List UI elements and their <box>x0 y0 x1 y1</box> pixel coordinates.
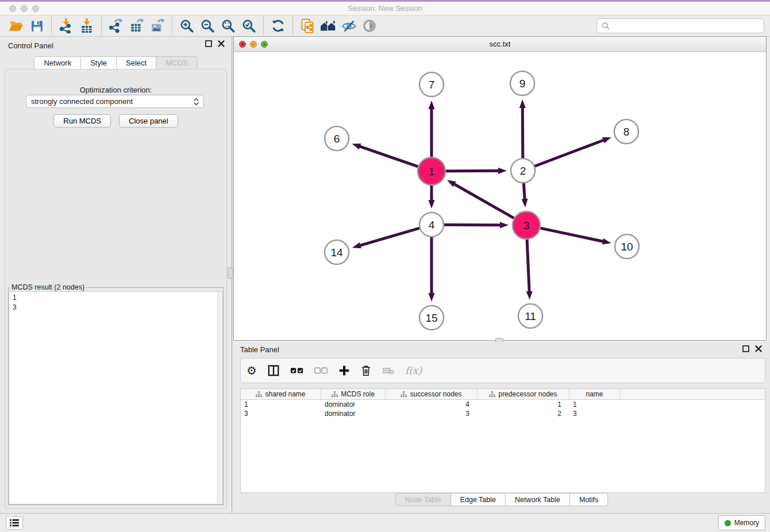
table-cell[interactable]: 1 <box>241 400 321 409</box>
toolbar-separator <box>172 17 172 34</box>
tab-edge-table[interactable]: Edge Table <box>451 493 506 506</box>
column-header-name[interactable]: name <box>569 389 620 399</box>
optimization-criterion-label: Optimization criterion: <box>5 86 226 94</box>
tab-motifs[interactable]: Motifs <box>570 493 608 506</box>
graph-edge-3-10[interactable] <box>540 228 603 241</box>
graph-node-label: 7 <box>429 79 435 91</box>
export-table-icon[interactable] <box>126 17 147 35</box>
memory-label: Memory <box>734 519 759 527</box>
mcds-result-text[interactable]: 1 3 <box>9 291 223 504</box>
graph-node-label: 8 <box>623 126 630 138</box>
table-cell[interactable]: 1 <box>569 400 620 409</box>
toolbar-separator <box>292 17 293 34</box>
graph-node-label: 9 <box>519 78 526 90</box>
node-table: shared nameMCDS rolesuccessor nodesprede… <box>240 388 765 493</box>
home-icon[interactable] <box>318 17 338 35</box>
column-selector-icon[interactable] <box>267 364 280 377</box>
table-body: 1dominator4113dominator323 <box>241 400 765 418</box>
open-session-icon[interactable] <box>6 17 26 35</box>
criterion-value: strongly connected component <box>31 97 133 106</box>
graph-node-label: 2 <box>520 165 526 177</box>
table-cell[interactable]: 1 <box>478 400 569 409</box>
graph-edge-4-3[interactable] <box>444 225 501 225</box>
tab-style[interactable]: Style <box>81 56 117 70</box>
column-header-predecessor-nodes[interactable]: predecessor nodes <box>478 389 569 399</box>
graph-node-label: 3 <box>523 219 530 232</box>
graph-node-label: 6 <box>334 133 340 145</box>
network-graph[interactable]: 7968124314101511 <box>234 52 766 340</box>
zoom-fit-icon[interactable] <box>218 17 238 35</box>
show-eye-icon[interactable] <box>359 17 380 35</box>
close-panel-button[interactable]: Close panel <box>119 114 178 128</box>
table-cell[interactable]: 4 <box>386 400 478 409</box>
table-cell[interactable]: dominator <box>321 409 386 418</box>
select-all-icon[interactable] <box>290 367 304 375</box>
table-cell[interactable]: 3 <box>241 409 321 418</box>
delete-column-icon[interactable] <box>360 365 372 376</box>
table-cell[interactable]: 2 <box>478 409 569 418</box>
tab-network-table[interactable]: Network Table <box>506 493 570 506</box>
column-header-MCDS-role[interactable]: MCDS role <box>321 389 386 399</box>
tab-mcds[interactable]: MCDS <box>156 56 197 70</box>
function-builder-icon: f(x) <box>405 365 422 376</box>
tab-node-table[interactable]: Node Table <box>395 493 451 506</box>
column-header-shared-name[interactable]: shared name <box>241 389 321 399</box>
import-table-icon[interactable] <box>76 17 97 35</box>
graph-edge-2-8[interactable] <box>535 140 605 166</box>
criterion-select[interactable]: strongly connected component <box>26 95 204 108</box>
table-row[interactable]: 1dominator411 <box>241 400 765 409</box>
add-column-icon[interactable] <box>338 365 350 376</box>
zoom-in-icon[interactable] <box>176 17 197 35</box>
save-session-icon[interactable] <box>26 17 47 35</box>
export-image-icon[interactable] <box>147 17 168 35</box>
table-settings-gear-icon[interactable]: ⚙ <box>247 365 257 376</box>
graph-edge-arrowhead <box>429 101 435 109</box>
close-table-panel-icon[interactable] <box>755 345 762 352</box>
zoom-selected-icon[interactable] <box>238 17 259 35</box>
graph-edge-1-2[interactable] <box>446 171 499 171</box>
memory-button[interactable]: Memory <box>718 515 765 530</box>
memory-status-icon <box>725 520 731 526</box>
splitter-grip-vertical[interactable] <box>228 267 233 279</box>
run-mcds-button[interactable]: Run MCDS <box>53 114 111 128</box>
toolbar-separator <box>263 17 264 34</box>
mcds-result-title: MCDS result (2 nodes) <box>10 283 86 291</box>
deselect-all-icon[interactable] <box>314 367 328 375</box>
float-panel-icon[interactable] <box>205 40 212 47</box>
apply-layout-icon[interactable] <box>268 17 288 35</box>
graph-edge-3-11[interactable] <box>527 240 529 292</box>
close-panel-icon[interactable] <box>218 40 225 47</box>
export-network-icon[interactable] <box>106 17 126 35</box>
graph-edge-4-14[interactable] <box>359 228 419 245</box>
graph-edge-3-1[interactable] <box>453 184 514 218</box>
table-row[interactable]: 3dominator323 <box>241 409 765 418</box>
graph-edge-arrowhead <box>519 99 526 108</box>
graph-edge-1-6[interactable] <box>359 146 418 166</box>
column-header-successor-nodes[interactable]: successor nodes <box>386 389 478 399</box>
table-toolbar: ⚙ f(x) <box>240 358 765 383</box>
search-input[interactable] <box>613 22 759 30</box>
graph-edge-2-3[interactable] <box>523 183 525 200</box>
graph-edge-2-9[interactable] <box>522 107 523 158</box>
task-history-button[interactable] <box>6 516 23 530</box>
result-scrollbar[interactable] <box>217 292 222 504</box>
hide-eye-icon[interactable] <box>338 17 359 35</box>
zoom-out-icon[interactable] <box>197 17 218 35</box>
float-table-panel-icon[interactable] <box>742 345 749 352</box>
tab-network[interactable]: Network <box>34 56 81 70</box>
toolbar-separator <box>101 17 102 34</box>
table-cell[interactable]: dominator <box>321 400 386 409</box>
network-window-titlebar[interactable]: ✕ − + scc.txt <box>234 37 766 52</box>
attribute-type-icon <box>256 391 262 398</box>
graph-edge-arrowhead <box>429 200 435 209</box>
tab-select[interactable]: Select <box>117 56 156 70</box>
table-cell[interactable]: 3 <box>569 409 620 418</box>
table-cell[interactable]: 3 <box>386 409 478 418</box>
copy-network-icon[interactable] <box>297 17 318 35</box>
import-network-icon[interactable] <box>56 17 76 35</box>
graph-edge-arrowhead <box>522 199 528 207</box>
search-box[interactable] <box>596 18 764 33</box>
control-panel-title: Control Panel <box>8 41 53 50</box>
graph-edge-arrowhead <box>352 144 361 149</box>
chevron-updown-icon <box>194 98 199 106</box>
